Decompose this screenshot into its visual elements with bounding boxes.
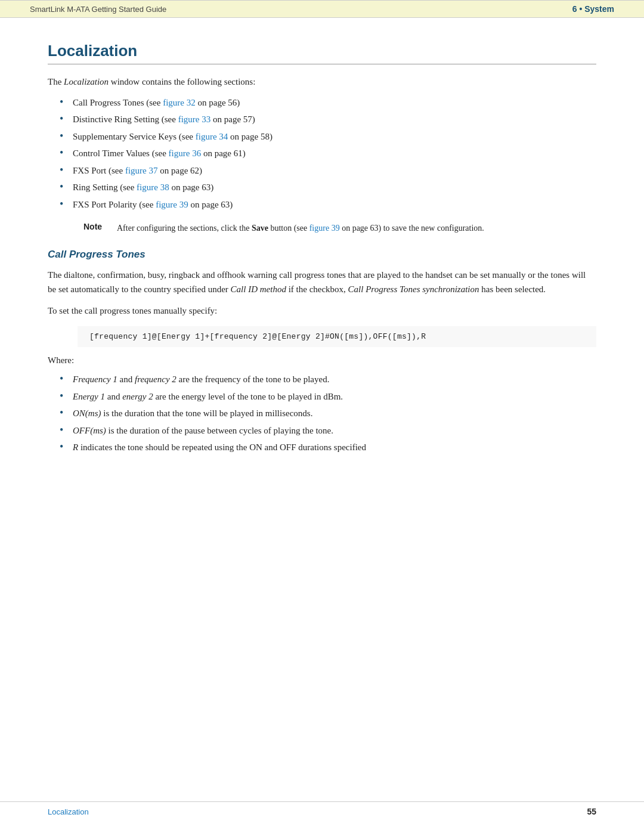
figure-34-link[interactable]: figure 34 (196, 132, 228, 141)
footer-right: 55 (587, 807, 596, 816)
sections-list: Call Progress Tones (see figure 32 on pa… (60, 96, 596, 212)
offms-italic: OFF(ms) (73, 426, 106, 435)
body-paragraph-2: To set the call progress tones manually … (48, 304, 596, 318)
page: SmartLink M-ATA Getting Started Guide 6 … (0, 0, 644, 833)
header-left-text: SmartLink M-ATA Getting Started Guide (30, 5, 166, 14)
figure-37-link[interactable]: figure 37 (125, 166, 158, 175)
main-content: Localization The Localization window con… (0, 18, 644, 501)
energy2-italic: energy 2 (122, 392, 153, 401)
figure-33-link[interactable]: figure 33 (178, 114, 211, 124)
note-box: Note After configuring the sections, cli… (83, 222, 596, 234)
header-right-text: 6 • System (572, 4, 614, 14)
code-block: [frequency 1]@[Energy 1]+[frequency 2]@[… (78, 326, 596, 347)
header-bar: SmartLink M-ATA Getting Started Guide 6 … (0, 0, 644, 18)
footer: Localization 55 (0, 801, 644, 816)
note-bold-save: Save (252, 224, 268, 233)
list-item: FXS Port (see figure 37 on page 62) (60, 164, 596, 178)
where-item-energy: Energy 1 and energy 2 are the energy lev… (60, 390, 596, 404)
note-content: After configuring the sections, click th… (117, 222, 484, 234)
onms-italic: ON(ms) (73, 408, 101, 418)
intro-text-static: The (48, 77, 64, 86)
figure-39-link[interactable]: figure 39 (156, 200, 188, 209)
frequency2-italic: frequency 2 (135, 374, 177, 384)
list-item: Control Timer Values (see figure 36 on p… (60, 147, 596, 160)
r-italic: R (73, 442, 78, 452)
where-item-offms: OFF(ms) is the duration of the pause bet… (60, 424, 596, 438)
footer-left: Localization (48, 807, 89, 816)
where-item-r: R indicates the tone should be repeated … (60, 441, 596, 454)
figure-38-link[interactable]: figure 38 (137, 182, 169, 192)
figure-32-link[interactable]: figure 32 (163, 98, 196, 107)
body-italic-2: Call Progress Tones synchronization (348, 284, 479, 294)
intro-italic: Localization (64, 77, 109, 86)
intro-paragraph: The Localization window contains the fol… (48, 75, 596, 89)
list-item: Ring Setting (see figure 38 on page 63) (60, 181, 596, 194)
energy1-italic: Energy 1 (73, 392, 105, 401)
section-title: Localization (48, 42, 596, 64)
body-paragraph-1: The dialtone, confirmation, busy, ringba… (48, 268, 596, 296)
subsection-title: Call Progress Tones (48, 249, 596, 261)
frequency1-italic: Frequency 1 (73, 374, 117, 384)
where-item-frequency: Frequency 1 and frequency 2 are the freq… (60, 373, 596, 386)
note-figure-39-link[interactable]: figure 39 (309, 224, 340, 233)
list-item: Supplementary Service Keys (see figure 3… (60, 130, 596, 144)
list-item: FXS Port Polarity (see figure 39 on page… (60, 198, 596, 212)
list-item: Call Progress Tones (see figure 32 on pa… (60, 96, 596, 110)
where-item-onms: ON(ms) is the duration that the tone wil… (60, 407, 596, 420)
note-label: Note (83, 222, 110, 231)
figure-36-link[interactable]: figure 36 (169, 148, 202, 158)
intro-text-2: window contains the following sections: (109, 77, 255, 86)
where-label: Where: (48, 355, 596, 366)
body-italic-1: Call ID method (231, 284, 286, 294)
where-list: Frequency 1 and frequency 2 are the freq… (60, 373, 596, 454)
list-item: Distinctive Ring Setting (see figure 33 … (60, 113, 596, 126)
